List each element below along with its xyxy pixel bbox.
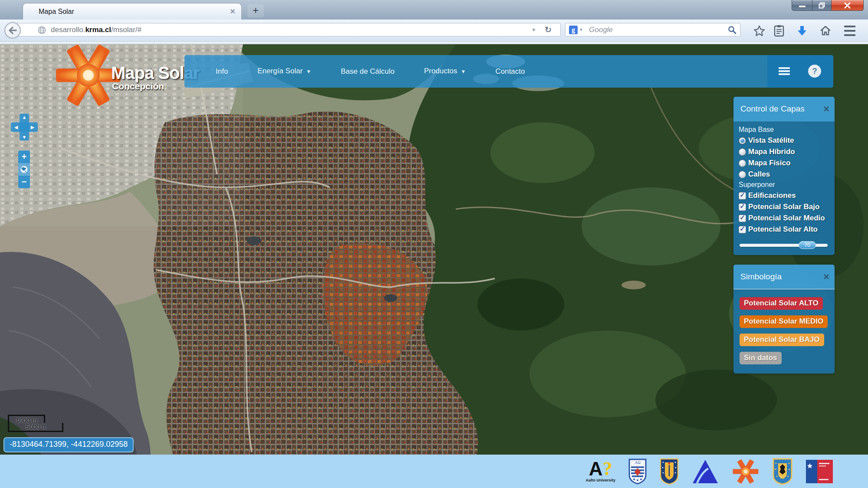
radio-mapa-fisico[interactable]: Mapa Físico xyxy=(739,157,829,169)
radio-icon xyxy=(739,160,746,167)
chevron-down-icon: ▼ xyxy=(306,69,311,75)
layers-panel-title: Control de Capas xyxy=(740,97,805,121)
mouse-coordinates: -8130464.71399, -4412269.02958 xyxy=(3,437,134,452)
list-icon xyxy=(779,67,790,69)
close-icon xyxy=(844,2,851,9)
home-icon xyxy=(820,25,831,36)
zoom-out-button[interactable]: − xyxy=(18,176,30,188)
checkbox-potencial-solar-alto[interactable]: Potencial Solar Alto xyxy=(739,224,829,235)
url-domain: krma.cl xyxy=(85,26,111,34)
search-icon[interactable] xyxy=(728,26,736,34)
legend-panel: Simbología × Potencial Solar ALTO Potenc… xyxy=(733,265,835,373)
navbar-tools: ? xyxy=(767,55,833,88)
google-engine-icon[interactable]: g xyxy=(569,26,578,34)
conicyt-gobierno-de-chile-logo[interactable] xyxy=(806,459,833,484)
universidad-bio-bio-crest[interactable]: ΑΩ xyxy=(628,459,647,485)
map-pan-control: ▲ ▼ ◀ ▶ xyxy=(11,114,38,141)
overlay-label: Superponer xyxy=(739,181,829,189)
radio-icon xyxy=(739,148,746,156)
engine-dropdown-icon[interactable]: ▾ xyxy=(580,23,582,36)
minimize-button[interactable] xyxy=(792,0,812,11)
bookmarks-menu-button[interactable] xyxy=(772,20,786,42)
krma-asterisk-logo[interactable] xyxy=(732,458,760,485)
legend-item-sin-datos: Sin datos xyxy=(740,352,782,364)
legend-panel-title: Simbología xyxy=(740,265,782,288)
checkbox-edificaciones[interactable]: Edificaciones xyxy=(739,190,829,201)
radio-icon xyxy=(739,137,746,144)
hamburger-icon xyxy=(844,26,855,27)
legend-item-alto: Potencial Solar ALTO xyxy=(740,297,823,310)
concepcion-city-crest[interactable] xyxy=(773,458,792,485)
nav-item-base-de-calculo[interactable]: Base de Cálculo xyxy=(326,55,409,88)
checkbox-potencial-solar-medio[interactable]: Potencial Solar Medio xyxy=(739,213,829,224)
pan-down-button[interactable]: ▼ xyxy=(11,134,38,140)
checkbox-potencial-solar-bajo[interactable]: Potencial Solar Bajo xyxy=(739,201,829,213)
base-map-label: Mapa Base xyxy=(739,126,829,134)
tab-close-icon[interactable]: × xyxy=(230,3,235,19)
layers-panel-header: Control de Capas × xyxy=(733,97,835,121)
scale-bar-imperial: 5000 ft xyxy=(8,423,63,432)
site-globe-icon xyxy=(38,26,46,34)
triangle-logo[interactable] xyxy=(692,459,719,484)
close-button[interactable] xyxy=(831,0,864,11)
chevron-down-icon: ▼ xyxy=(461,69,466,75)
download-arrow-icon xyxy=(796,25,808,36)
downloads-button[interactable] xyxy=(793,20,811,42)
pan-up-button[interactable]: ▲ xyxy=(11,115,38,120)
scale-bar-metric: 1000 m xyxy=(8,415,45,423)
legend-panel-header: Simbología × xyxy=(733,265,835,289)
opacity-slider: 70 xyxy=(739,241,829,249)
radio-icon xyxy=(739,171,746,178)
url-bar[interactable]: desarrollo.krma.cl/msolar/# ▾ ↻ xyxy=(13,23,561,36)
close-icon[interactable]: × xyxy=(823,265,829,288)
pan-right-button[interactable]: ▶ xyxy=(28,124,37,130)
home-button[interactable] xyxy=(817,20,834,42)
radio-calles[interactable]: Calles xyxy=(739,169,829,180)
opacity-slider-handle[interactable]: 70 xyxy=(799,241,816,249)
pan-left-button[interactable]: ◀ xyxy=(12,124,20,130)
search-field[interactable]: g ▾ Google xyxy=(565,23,740,36)
back-button[interactable] xyxy=(4,22,21,39)
aalto-caption: Aalto University xyxy=(585,478,615,482)
radio-vista-satelite[interactable]: Vista Satélite xyxy=(739,135,829,146)
browser-window: Mapa Solar × + xyxy=(0,0,868,488)
layers-panel-body: Mapa Base Vista Satélite Mapa Híbrido Ma… xyxy=(733,121,835,255)
url-path: /msolar/# xyxy=(111,26,141,34)
svg-text:ΑΩ: ΑΩ xyxy=(635,460,640,465)
site-navbar: Info Energía Solar▼ Base de Cálculo Prod… xyxy=(184,55,833,88)
search-placeholder: Google xyxy=(589,23,613,36)
page-content: Mapa Solar Concepción Info Energía Solar… xyxy=(0,44,868,488)
tab-title: Mapa Solar xyxy=(39,3,74,20)
checkbox-icon xyxy=(739,215,746,222)
new-tab-button[interactable]: + xyxy=(247,4,264,17)
nav-item-contacto[interactable]: Contacto xyxy=(480,55,539,88)
close-icon[interactable]: × xyxy=(823,97,829,121)
url-prefix: desarrollo. xyxy=(51,26,85,34)
browser-tab[interactable]: Mapa Solar × xyxy=(23,3,242,20)
back-arrow-icon xyxy=(8,26,17,34)
world-extent-button[interactable] xyxy=(18,163,30,176)
map-zoom-control: + − xyxy=(18,151,30,188)
reload-icon[interactable]: ↻ xyxy=(545,23,552,36)
nav-item-info[interactable]: Info xyxy=(201,55,243,88)
universidad-de-concepcion-crest[interactable] xyxy=(660,458,679,485)
legend-item-bajo: Potencial Solar BAJO xyxy=(740,334,824,346)
radio-mapa-hibrido[interactable]: Mapa Híbrido xyxy=(739,146,829,157)
url-dropdown-icon[interactable]: ▾ xyxy=(532,23,535,36)
layer-list-button[interactable] xyxy=(779,66,790,76)
legend-item-medio: Potencial Solar MEDIO xyxy=(740,315,828,328)
bookmark-star-button[interactable] xyxy=(752,20,766,42)
star-icon xyxy=(753,25,765,36)
checkbox-icon xyxy=(739,192,746,200)
menu-button[interactable] xyxy=(841,20,858,42)
restore-icon xyxy=(819,2,825,9)
zoom-in-button[interactable]: + xyxy=(18,151,30,163)
checkbox-icon xyxy=(739,203,746,211)
nav-item-energia-solar[interactable]: Energía Solar▼ xyxy=(243,55,326,88)
minimize-icon xyxy=(799,6,806,7)
help-button[interactable]: ? xyxy=(808,65,821,78)
restore-button[interactable] xyxy=(812,0,831,11)
aalto-university-logo[interactable]: A? Aalto University xyxy=(585,460,615,482)
nav-item-productos[interactable]: Productos▼ xyxy=(409,55,480,88)
footer-logo-strip: A? Aalto University ΑΩ xyxy=(0,455,868,488)
